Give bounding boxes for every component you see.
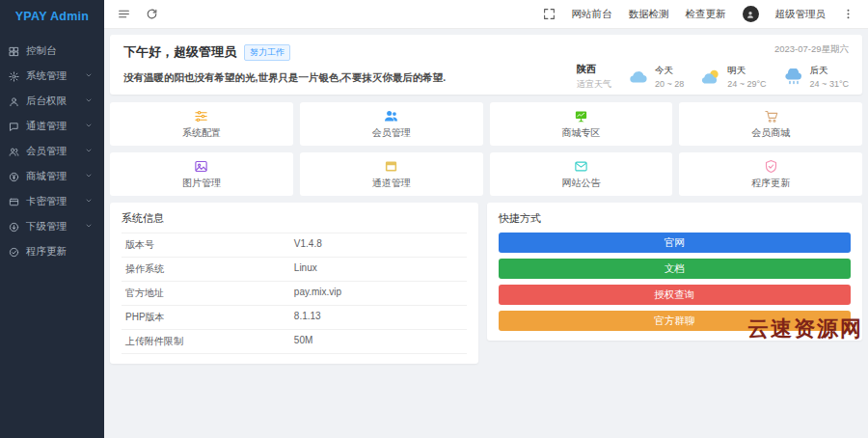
- bottom-panels: 系统信息 版本号V1.4.8操作系统Linux官方地址pay.mix.vipPH…: [110, 203, 862, 364]
- sidebar-item-label: 系统管理: [26, 69, 85, 83]
- chat-icon: [9, 122, 19, 132]
- weather-day-temp: 24 ~ 31°C: [810, 79, 849, 89]
- info-value: Linux: [294, 262, 463, 276]
- sidebar-item-subordinate[interactable]: 下级管理: [0, 214, 104, 239]
- sidebar-item-channel[interactable]: 通道管理: [0, 114, 104, 139]
- sidebar-item-label: 商城管理: [26, 170, 85, 183]
- greeting-right: 2023-07-29星期六 陕西 适宜天气 今天20 ~ 28明天24 ~ 29…: [577, 43, 849, 87]
- sidebar-item-mall[interactable]: 商城管理: [0, 164, 104, 189]
- weather-day: 明天24 ~ 29°C: [699, 65, 766, 89]
- sidebar-item-member[interactable]: 会员管理: [0, 139, 104, 164]
- sidebar-item-label: 卡密管理: [26, 195, 85, 208]
- quick-card-8[interactable]: 程序更新: [679, 152, 862, 196]
- quick-card-4[interactable]: 会员商城: [679, 102, 862, 146]
- topbar-link[interactable]: 数据检测: [629, 8, 669, 21]
- info-label: PHP版本: [125, 311, 294, 324]
- topbar-right: 网站前台数据检测检查更新 超级管理员: [543, 6, 855, 22]
- arrow-down-circle-icon: [9, 222, 19, 233]
- more-vertical-icon[interactable]: [842, 8, 854, 20]
- quick-card-label: 网站公告: [561, 177, 600, 190]
- avatar[interactable]: [743, 6, 759, 22]
- sidebar-item-card-keys[interactable]: 卡密管理: [0, 189, 104, 214]
- mail-icon: [573, 159, 589, 174]
- sidebar-item-admin-perms[interactable]: 后台权限: [0, 89, 104, 114]
- info-label: 上传附件限制: [125, 335, 294, 348]
- system-info-panel: 系统信息 版本号V1.4.8操作系统Linux官方地址pay.mix.vipPH…: [110, 203, 478, 364]
- gear-icon: [9, 71, 19, 82]
- info-label: 操作系统: [125, 262, 294, 276]
- sidebar-item-dashboard[interactable]: 控制台: [0, 39, 104, 64]
- hamburger-icon[interactable]: [118, 8, 130, 20]
- sidebar-item-label: 通道管理: [26, 120, 85, 133]
- info-value: pay.mix.vip: [294, 287, 463, 300]
- shield-check-icon: [763, 159, 779, 174]
- greeting-card: 下午好，超级管理员 努力工作 没有温暖的阳也没有希望的光,世界只是一片银色,不要…: [110, 35, 862, 95]
- weather-day-text: 后天24 ~ 31°C: [810, 65, 849, 89]
- quick-card-label: 通道管理: [372, 177, 411, 190]
- chevron-down-icon: [85, 222, 95, 233]
- info-row: PHP版本8.1.13: [122, 306, 467, 330]
- chevron-down-icon: [85, 96, 95, 107]
- users-icon: [9, 147, 19, 157]
- shortcut-button-2[interactable]: 授权查询: [499, 285, 851, 305]
- sidebar-item-update[interactable]: 程序更新: [0, 239, 104, 264]
- quick-card-5[interactable]: 图片管理: [110, 152, 293, 196]
- main-column: 网站前台数据检测检查更新 超级管理员 下午好，超级管理员 努力工作 没有温暖的阳…: [104, 0, 868, 438]
- system-info-table: 版本号V1.4.8操作系统Linux官方地址pay.mix.vipPHP版本8.…: [122, 233, 467, 354]
- quick-cards-grid: 系统配置会员管理商城专区会员商城图片管理通道管理网站公告程序更新: [110, 102, 862, 196]
- quick-card-2[interactable]: 会员管理: [300, 102, 483, 146]
- sidebar-item-system[interactable]: 系统管理: [0, 64, 104, 89]
- weather-day-text: 明天24 ~ 29°C: [727, 65, 766, 89]
- quick-card-label: 会员管理: [372, 126, 411, 140]
- greeting-badge: 努力工作: [244, 44, 290, 61]
- sidebar: YPAY Admin 控制台系统管理后台权限通道管理会员管理商城管理卡密管理下级…: [0, 0, 104, 438]
- check-circle-icon: [9, 247, 19, 258]
- weather-day: 今天20 ~ 28: [627, 65, 684, 89]
- topbar-link[interactable]: 网站前台: [572, 8, 612, 21]
- chevron-down-icon: [85, 71, 95, 82]
- info-label: 版本号: [125, 238, 294, 252]
- shortcut-button-1[interactable]: 文档: [499, 259, 851, 279]
- greeting-quote: 没有温暖的阳也没有希望的光,世界只是一片银色,不要抹灭你最后的希望.: [123, 71, 446, 85]
- content-area: 下午好，超级管理员 努力工作 没有温暖的阳也没有希望的光,世界只是一片银色,不要…: [104, 29, 868, 438]
- info-label: 官方地址: [125, 287, 294, 300]
- refresh-icon[interactable]: [146, 8, 158, 20]
- info-value: 8.1.13: [294, 311, 463, 324]
- info-value: V1.4.8: [294, 238, 463, 252]
- fullscreen-icon[interactable]: [543, 8, 556, 20]
- weather-location-block: 陕西 适宜天气: [577, 63, 611, 91]
- quick-card-1[interactable]: 系统配置: [110, 102, 293, 146]
- sidebar-item-label: 会员管理: [26, 145, 85, 158]
- sidebar-item-label: 下级管理: [26, 220, 85, 233]
- image-icon: [193, 159, 209, 174]
- quick-card-label: 会员商城: [751, 126, 790, 140]
- quick-card-6[interactable]: 通道管理: [300, 152, 483, 196]
- rain-cloud-icon: [782, 68, 805, 85]
- topbar-link[interactable]: 检查更新: [686, 8, 726, 21]
- chevron-down-icon: [85, 172, 95, 182]
- shortcuts-panel: 快捷方式 官网文档授权查询官方群聊: [487, 203, 862, 341]
- info-row: 版本号V1.4.8: [122, 233, 467, 258]
- greeting-title: 下午好，超级管理员: [123, 43, 236, 61]
- info-row: 操作系统Linux: [122, 258, 467, 282]
- username-label[interactable]: 超级管理员: [775, 8, 827, 21]
- sliders-icon: [193, 109, 209, 123]
- weather-day-label: 明天: [727, 65, 766, 77]
- quick-card-7[interactable]: 网站公告: [490, 152, 673, 196]
- yen-circle-icon: [9, 172, 19, 182]
- quick-card-label: 系统配置: [182, 126, 221, 140]
- system-info-title: 系统信息: [122, 211, 467, 226]
- shortcut-list: 官网文档授权查询官方群聊: [499, 233, 851, 331]
- shortcut-button-3[interactable]: 官方群聊: [499, 311, 851, 331]
- shortcut-button-0[interactable]: 官网: [499, 233, 851, 253]
- info-row: 上传附件限制50M: [122, 330, 467, 354]
- quick-card-label: 图片管理: [182, 177, 221, 190]
- quick-card-3[interactable]: 商城专区: [490, 102, 673, 146]
- weather-day: 后天24 ~ 31°C: [782, 65, 849, 89]
- weather-row: 陕西 适宜天气 今天20 ~ 28明天24 ~ 29°C后天24 ~ 31°C: [577, 63, 849, 91]
- dashboard-icon: [9, 46, 19, 57]
- weather-day-text: 今天20 ~ 28: [655, 65, 684, 89]
- weather-day-label: 今天: [655, 65, 684, 77]
- user-icon: [9, 96, 19, 107]
- weather-day-label: 后天: [810, 65, 849, 77]
